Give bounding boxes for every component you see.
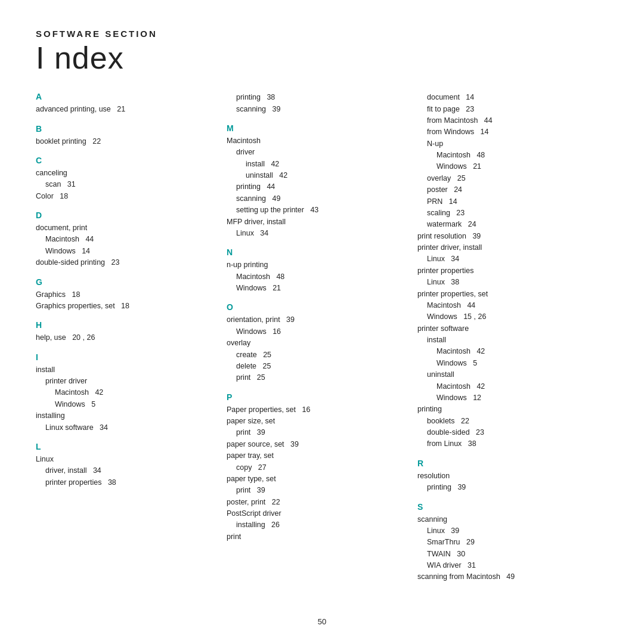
header-title: I ndex — [36, 41, 608, 75]
index-entry: print — [227, 531, 407, 543]
index-entry: scanning 49 — [227, 193, 407, 205]
index-entry: Macintosh 44 — [36, 234, 216, 245]
index-entry: Windows 15 , 26 — [417, 311, 597, 323]
col-1: printing 38scanning 39MMacintoshdriverin… — [227, 92, 417, 583]
index-entry: TWAIN 30 — [417, 549, 597, 560]
index-entry: Linux 34 — [417, 253, 597, 265]
index-entry: copy 27 — [227, 462, 407, 473]
index-letter-P: P — [227, 392, 407, 402]
index-entry: driver, install 34 — [36, 465, 216, 476]
index-entry: scanning 39 — [227, 104, 407, 115]
index-letter-G: G — [36, 277, 216, 287]
index-entry: Windows 5 — [417, 358, 597, 369]
index-entry: Graphics properties, set 18 — [36, 301, 216, 312]
index-entry: orientation, print 39 — [227, 314, 407, 326]
index-entry: Windows 5 — [36, 399, 216, 410]
title-rest: ndex — [45, 41, 123, 75]
index-entry: N-up — [417, 138, 597, 150]
index-letter-M: M — [227, 123, 407, 133]
index-letter-B: B — [36, 124, 216, 134]
index-entry: scan 31 — [36, 179, 216, 190]
index-letter-N: N — [227, 247, 407, 257]
index-entry: fit to page 23 — [417, 104, 597, 115]
index-entry: advanced printing, use 21 — [36, 104, 216, 115]
index-entry: installing — [36, 410, 216, 422]
index-entry: overlay 25 — [417, 173, 597, 184]
index-letter-D: D — [36, 210, 216, 220]
index-entry: WIA driver 31 — [417, 560, 597, 571]
index-letter-O: O — [227, 302, 407, 312]
index-entry: PRN 14 — [417, 196, 597, 208]
index-letter-C: C — [36, 156, 216, 165]
index-entry: install — [36, 364, 216, 376]
index-entry: Windows 21 — [417, 161, 597, 172]
index-entry: Linux 39 — [417, 525, 597, 537]
index-entry: from Windows 14 — [417, 126, 597, 138]
index-entry: Macintosh — [227, 135, 407, 147]
col-0: Aadvanced printing, use 21Bbooklet print… — [36, 92, 227, 583]
index-letter-I: I — [36, 352, 216, 362]
index-entry: booklet printing 22 — [36, 136, 216, 147]
index-entry: printing 44 — [227, 181, 407, 193]
index-entry: document, print — [36, 222, 216, 234]
index-entry: uninstall 42 — [227, 170, 407, 181]
index-entry: print 39 — [227, 427, 407, 438]
index-entry: Windows 14 — [36, 246, 216, 257]
index-entry: Linux 34 — [227, 228, 407, 239]
index-entry: help, use 20 , 26 — [36, 332, 216, 343]
index-entry: Graphics 18 — [36, 289, 216, 301]
index-entry: Windows 12 — [417, 392, 597, 404]
index-entry: Linux software 34 — [36, 422, 216, 434]
index-entry: delete 25 — [227, 361, 407, 372]
index-entry: printer driver — [36, 376, 216, 387]
index-entry: printer software — [417, 323, 597, 335]
index-entry: printer properties — [417, 265, 597, 277]
index-entry: printing — [417, 404, 597, 415]
header: Software Section I ndex — [36, 29, 608, 75]
index-entry: Macintosh 44 — [417, 300, 597, 311]
index-entry: poster 24 — [417, 184, 597, 196]
index-entry: printing 38 — [227, 92, 407, 103]
index-entry: document 14 — [417, 92, 597, 103]
index-entry: Color 18 — [36, 191, 216, 202]
index-entry: scanning from Macintosh 49 — [417, 571, 597, 583]
index-entry: paper source, set 39 — [227, 439, 407, 450]
index-entry: resolution — [417, 470, 597, 482]
index-entry: SmarThru 29 — [417, 537, 597, 548]
index-entry: watermark 24 — [417, 219, 597, 230]
index-entry: Windows 21 — [227, 283, 407, 294]
index-entry: installing 26 — [227, 519, 407, 531]
index-entry: print resolution 39 — [417, 231, 597, 242]
index-entry: print 39 — [227, 485, 407, 496]
index-entry: Macintosh 42 — [417, 346, 597, 357]
index-entry: double-sided 23 — [417, 427, 597, 438]
index-entry: driver — [227, 147, 407, 158]
index-entry: Windows 16 — [227, 326, 407, 338]
title-first-letter: I — [36, 41, 45, 75]
index-entry: from Macintosh 44 — [417, 115, 597, 126]
index-entry: Macintosh 42 — [36, 387, 216, 398]
index-letter-S: S — [417, 502, 597, 512]
index-letter-L: L — [36, 442, 216, 451]
index-entry: Macintosh 48 — [417, 150, 597, 161]
index-entry: paper size, set — [227, 416, 407, 427]
index-entry: poster, print 22 — [227, 497, 407, 508]
index-entry: install — [417, 335, 597, 346]
index-entry: setting up the printer 43 — [227, 205, 407, 216]
index-entry: MFP driver, install — [227, 216, 407, 228]
index-columns: Aadvanced printing, use 21Bbooklet print… — [36, 92, 608, 583]
index-entry: print 25 — [227, 372, 407, 383]
header-subtitle: Software Section — [36, 29, 608, 39]
index-entry: Paper properties, set 16 — [227, 404, 407, 416]
index-entry: n-up printing — [227, 259, 407, 271]
index-entry: scaling 23 — [417, 208, 597, 219]
page: Software Section I ndex Aadvanced printi… — [0, 0, 644, 644]
index-entry: Macintosh 42 — [417, 381, 597, 392]
col-2: document 14fit to page 23from Macintosh … — [417, 92, 608, 583]
index-entry: canceling — [36, 168, 216, 179]
index-entry: Macintosh 48 — [227, 271, 407, 283]
index-entry: printing 39 — [417, 482, 597, 493]
index-entry: double-sided printing 23 — [36, 257, 216, 268]
index-entry: printer properties 38 — [36, 477, 216, 488]
index-entry: booklets 22 — [417, 416, 597, 427]
